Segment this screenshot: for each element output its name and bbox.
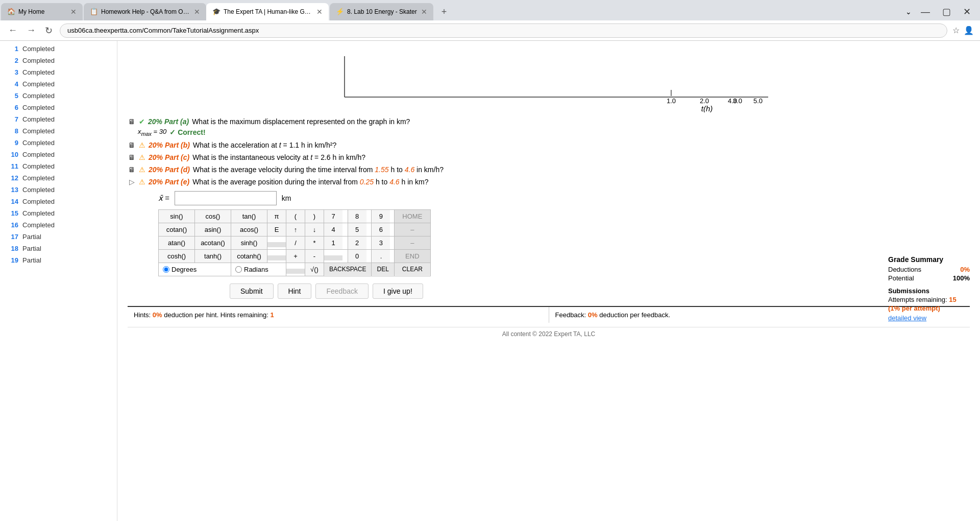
calc-dot[interactable]: . bbox=[372, 250, 390, 263]
hints-pct: 0% bbox=[153, 311, 162, 319]
detailed-view-link[interactable]: detailed view bbox=[888, 314, 926, 322]
calc-tan[interactable]: tan() bbox=[231, 210, 267, 223]
sidebar-item-17[interactable]: 17 Partial bbox=[0, 231, 117, 243]
calc-cotanh[interactable]: cotanh() bbox=[231, 250, 267, 263]
calc-9[interactable]: 9 bbox=[372, 210, 390, 223]
calc-atan[interactable]: atan() bbox=[159, 236, 194, 249]
sidebar-item-11[interactable]: 11 Completed bbox=[0, 160, 117, 172]
svg-text:|: | bbox=[670, 88, 672, 96]
profile-icon[interactable]: 👤 bbox=[964, 26, 974, 35]
sidebar-item-6[interactable]: 6 Completed bbox=[0, 102, 117, 113]
tab-homework[interactable]: 📋 Homework Help - Q&A from On... ✕ bbox=[84, 3, 206, 20]
calc-asin[interactable]: asin() bbox=[195, 223, 231, 236]
calc-del[interactable]: DEL bbox=[372, 263, 394, 275]
sidebar-item-12[interactable]: 12 Completed bbox=[0, 172, 117, 184]
new-tab-button[interactable]: + bbox=[437, 7, 451, 17]
sidebar-item-5[interactable]: 5 Completed bbox=[0, 90, 117, 102]
calc-6[interactable]: 6 bbox=[372, 223, 390, 236]
sidebar-status-1: Completed bbox=[22, 45, 55, 53]
calc-7[interactable]: 7 bbox=[324, 210, 342, 223]
calc-plus[interactable]: + bbox=[286, 250, 305, 263]
sidebar-item-1[interactable]: 1 Completed bbox=[0, 43, 117, 55]
calc-down[interactable]: ↓ bbox=[305, 223, 324, 236]
calc-up[interactable]: ↑ bbox=[286, 223, 305, 236]
input-area: x̄ = km bbox=[158, 191, 970, 205]
calc-cos[interactable]: cos() bbox=[195, 210, 231, 223]
calc-tanh[interactable]: tanh() bbox=[195, 250, 231, 263]
sidebar-item-8[interactable]: 8 Completed bbox=[0, 125, 117, 137]
maximize-button[interactable]: ▢ bbox=[939, 5, 954, 18]
sidebar-item-4[interactable]: 4 Completed bbox=[0, 78, 117, 90]
sidebar-status-6: Completed bbox=[22, 104, 55, 111]
sidebar-status-18: Partial bbox=[22, 245, 41, 252]
hints-remaining[interactable]: 1 bbox=[270, 311, 274, 319]
calc-sin[interactable]: sin() bbox=[159, 210, 194, 223]
sidebar-item-13[interactable]: 13 Completed bbox=[0, 184, 117, 196]
calc-3[interactable]: 3 bbox=[372, 236, 390, 249]
tab-close-hw[interactable]: ✕ bbox=[194, 8, 200, 16]
address-input[interactable] bbox=[60, 23, 947, 38]
calc-home[interactable]: HOME bbox=[395, 210, 430, 223]
calc-cotan[interactable]: cotan() bbox=[159, 223, 194, 236]
calc-1[interactable]: 1 bbox=[324, 236, 342, 249]
sidebar-status-5: Completed bbox=[22, 92, 55, 100]
sidebar-item-19[interactable]: 19 Partial bbox=[0, 254, 117, 266]
feedback-button[interactable]: Feedback bbox=[315, 283, 368, 299]
back-button[interactable]: ← bbox=[6, 24, 19, 37]
calc-clear[interactable]: CLEAR bbox=[395, 263, 430, 275]
calc-8[interactable]: 8 bbox=[348, 210, 366, 223]
degrees-radio-label[interactable]: Degrees bbox=[163, 266, 197, 273]
sidebar-item-16[interactable]: 16 Completed bbox=[0, 219, 117, 231]
part-b-warn-icon: ⚠ bbox=[139, 141, 145, 149]
hint-button[interactable]: Hint bbox=[278, 283, 312, 299]
calc-5[interactable]: 5 bbox=[348, 223, 366, 236]
calc-2[interactable]: 2 bbox=[348, 236, 366, 249]
tab-close-home[interactable]: ✕ bbox=[70, 8, 77, 16]
calc-sqrt[interactable]: √() bbox=[305, 263, 324, 276]
calc-open-paren[interactable]: ( bbox=[286, 210, 305, 223]
calc-cosh[interactable]: cosh() bbox=[159, 250, 194, 263]
problem-sidebar: 1 Completed 2 Completed 3 Completed 4 Co… bbox=[0, 41, 117, 521]
calc-pi[interactable]: π bbox=[267, 210, 286, 223]
radians-radio-label[interactable]: Radians bbox=[235, 266, 282, 273]
calc-acotan[interactable]: acotan() bbox=[195, 236, 231, 249]
tab-my-home[interactable]: 🏠 My Home ✕ bbox=[1, 3, 83, 20]
unit-label: km bbox=[282, 194, 291, 202]
sidebar-item-18[interactable]: 18 Partial bbox=[0, 243, 117, 254]
give-up-button[interactable]: I give up! bbox=[373, 283, 423, 299]
sidebar-item-3[interactable]: 3 Completed bbox=[0, 66, 117, 78]
sidebar-item-9[interactable]: 9 Completed bbox=[0, 137, 117, 149]
tab-close-ta[interactable]: ✕ bbox=[316, 8, 323, 16]
tab-title-ta: The Expert TA | Human-like Grad... bbox=[224, 8, 312, 15]
calc-acos[interactable]: acos() bbox=[231, 223, 267, 236]
calc-0[interactable]: 0 bbox=[348, 250, 366, 263]
reload-button[interactable]: ↻ bbox=[43, 24, 55, 37]
calc-4[interactable]: 4 bbox=[324, 223, 342, 236]
sidebar-item-15[interactable]: 15 Completed bbox=[0, 207, 117, 219]
tab-expert-ta[interactable]: 🎓 The Expert TA | Human-like Grad... ✕ bbox=[206, 3, 329, 20]
calc-multiply[interactable]: * bbox=[305, 236, 324, 249]
close-button[interactable]: ✕ bbox=[960, 5, 974, 18]
calc-close-paren[interactable]: ) bbox=[305, 210, 324, 223]
calc-sinh[interactable]: sinh() bbox=[231, 236, 267, 249]
tab-lab[interactable]: ⚡ 8. Lab 10 Energy - Skater ✕ bbox=[330, 3, 433, 20]
calc-divide[interactable]: / bbox=[286, 236, 305, 249]
tab-dropdown-icon[interactable]: ⌄ bbox=[905, 8, 912, 16]
bookmark-icon[interactable]: ☆ bbox=[952, 26, 960, 35]
forward-button[interactable]: → bbox=[24, 24, 38, 37]
tab-close-lab[interactable]: ✕ bbox=[421, 8, 427, 16]
calc-minus[interactable]: - bbox=[305, 250, 324, 263]
sidebar-item-2[interactable]: 2 Completed bbox=[0, 55, 117, 66]
degrees-radio[interactable] bbox=[163, 266, 169, 273]
minimize-button[interactable]: — bbox=[918, 6, 933, 18]
sidebar-item-14[interactable]: 14 Completed bbox=[0, 196, 117, 207]
radians-radio[interactable] bbox=[235, 266, 242, 273]
sidebar-item-10[interactable]: 10 Completed bbox=[0, 149, 117, 160]
answer-input[interactable] bbox=[175, 191, 277, 205]
sidebar-status-2: Completed bbox=[22, 57, 55, 64]
calc-end[interactable]: END bbox=[395, 250, 430, 263]
submit-button[interactable]: Submit bbox=[230, 283, 274, 299]
sidebar-item-7[interactable]: 7 Completed bbox=[0, 113, 117, 125]
calc-backspace[interactable]: BACKSPACE bbox=[324, 263, 371, 275]
calc-e[interactable]: E bbox=[267, 223, 286, 236]
